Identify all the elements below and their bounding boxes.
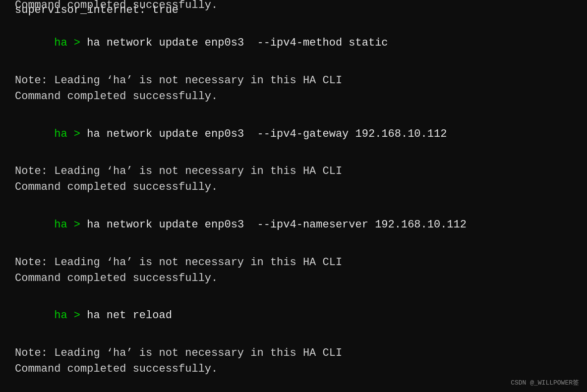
note-1b: Command completed successfully. [15,0,572,13]
command-line-2: ha > ha network update enp0s3 --ipv4-met… [15,19,572,67]
terminal-window: supervisor_internet: true ha > ha networ… [0,0,587,392]
note-4b: Command completed successfully. [15,271,572,286]
note-3b: Command completed successfully. [15,179,572,195]
prompt-ha-4: ha > [54,219,80,231]
note-4a: Note: Leading ‘ha’ is not necessary in t… [15,255,572,271]
command-line-4: ha > ha network update enp0s3 --ipv4-nam… [15,201,572,249]
note-2b: Command completed successfully. [15,89,572,105]
command-text-3: ha network update enp0s3 --ipv4-gateway … [80,128,447,140]
note-5b: Command completed successfully. [15,361,572,377]
prompt-ha-5: ha > [54,309,80,322]
watermark: CSDN @_WILLPOWER签 [511,378,579,387]
note-3a: Note: Leading ‘ha’ is not necessary in t… [15,164,572,179]
prompt-ha-2: ha > [54,37,80,49]
command-line-3: ha > ha network update enp0s3 --ipv4-gat… [15,111,572,158]
command-line-5: ha > ha net reload [15,292,572,340]
note-2a: Note: Leading ‘ha’ is not necessary in t… [15,73,572,89]
command-text-5: ha net reload [80,309,172,322]
command-text-4: ha network update enp0s3 --ipv4-nameserv… [80,219,467,231]
command-text-2: ha network update enp0s3 --ipv4-method s… [80,37,388,49]
note-5a: Note: Leading ‘ha’ is not necessary in t… [15,345,572,361]
terminal-content: ha > ha network update enp0s3 --ipv4-add… [15,0,572,377]
prompt-ha-3: ha > [54,128,80,140]
